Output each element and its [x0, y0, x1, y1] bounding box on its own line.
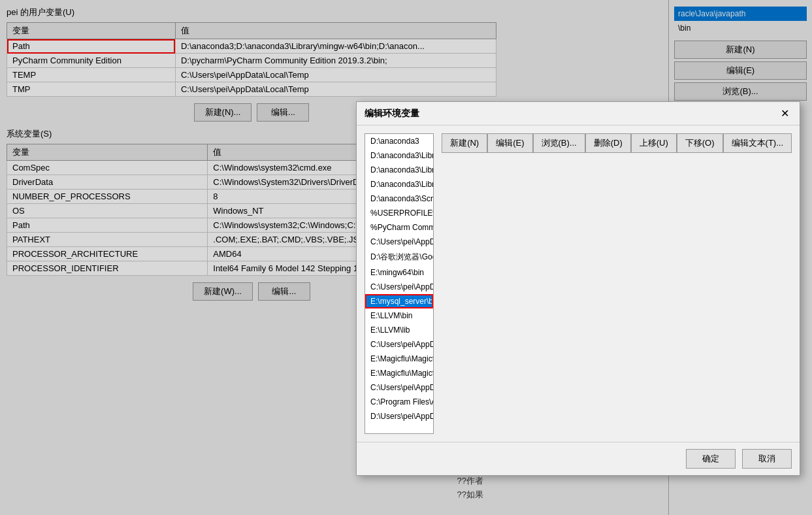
- list-item[interactable]: E:\Magicflu\Magicflu\cubejs\oracleclient: [365, 352, 433, 366]
- list-item[interactable]: D:\anaconda3\Library\usr\bin: [365, 163, 433, 177]
- modal-action-button[interactable]: 编辑文本(T)...: [723, 133, 792, 153]
- list-item[interactable]: D:\anaconda3\Library\bin: [365, 177, 433, 191]
- list-item[interactable]: E:\mingw64\bin: [365, 265, 433, 280]
- list-item[interactable]: D:\anaconda3: [365, 134, 433, 148]
- list-item[interactable]: %PyCharm Community Edition%: [365, 220, 433, 235]
- list-item[interactable]: C:\Users\pei\AppData\Local\Pandoc\pandoc…: [365, 380, 433, 395]
- list-item[interactable]: C:\Users\pei\AppData\Local\Pandoc\: [365, 337, 433, 352]
- modal-body: D:\anaconda3D:\anaconda3\Library\mingw-w…: [357, 125, 800, 442]
- list-item[interactable]: %USERPROFILE%\AppData\Local\Microsoft\Wi…: [365, 206, 433, 220]
- cancel-button[interactable]: 取消: [742, 449, 792, 469]
- modal-action-button[interactable]: 浏览(B)...: [533, 133, 585, 153]
- list-item[interactable]: E:\LLVM\bin: [365, 308, 433, 323]
- list-item[interactable]: E:\Magicflu\Magicflu\node: [365, 366, 433, 380]
- modal-close-button[interactable]: ✕: [778, 107, 792, 120]
- modal-titlebar: 编辑环境变量 ✕: [357, 102, 800, 125]
- modal-action-button[interactable]: 上移(U): [631, 133, 677, 153]
- list-item[interactable]: C:\Program Files\Azure Data Studio\bin: [365, 395, 433, 409]
- modal-action-button[interactable]: 新建(N): [442, 133, 487, 153]
- modal-action-button[interactable]: 下移(O): [677, 133, 723, 153]
- list-item[interactable]: D:\Users\pei\AppData\Local\Programs\Micr…: [365, 409, 433, 424]
- modal-footer: 确定 取消: [357, 442, 800, 475]
- list-item[interactable]: E:\mysql_server\bin: [365, 294, 433, 308]
- modal-title: 编辑环境变量: [365, 108, 419, 120]
- confirm-button[interactable]: 确定: [686, 449, 736, 469]
- modal-action-buttons: 新建(N)编辑(E)浏览(B)...删除(D)上移(U)下移(O)编辑文本(T)…: [442, 133, 792, 434]
- modal-action-button[interactable]: 删除(D): [585, 133, 631, 153]
- list-item[interactable]: E:\LLVM\lib: [365, 323, 433, 337]
- edit-env-dialog: 编辑环境变量 ✕ D:\anaconda3D:\anaconda3\Librar…: [356, 101, 800, 476]
- path-list-container[interactable]: D:\anaconda3D:\anaconda3\Library\mingw-w…: [365, 133, 434, 434]
- modal-action-button[interactable]: 编辑(E): [487, 133, 532, 153]
- list-item[interactable]: D:\谷歌浏览器\Google\Chrome\Application\chrom…: [365, 249, 433, 265]
- list-item[interactable]: C:\Users\pei\AppData\Roaming\Python\Pyth…: [365, 280, 433, 294]
- list-item[interactable]: D:\anaconda3\Scripts: [365, 191, 433, 206]
- list-item[interactable]: D:\anaconda3\Library\mingw-w64\bin: [365, 148, 433, 163]
- list-item[interactable]: C:\Users\pei\AppData\Roaming\npm: [365, 235, 433, 249]
